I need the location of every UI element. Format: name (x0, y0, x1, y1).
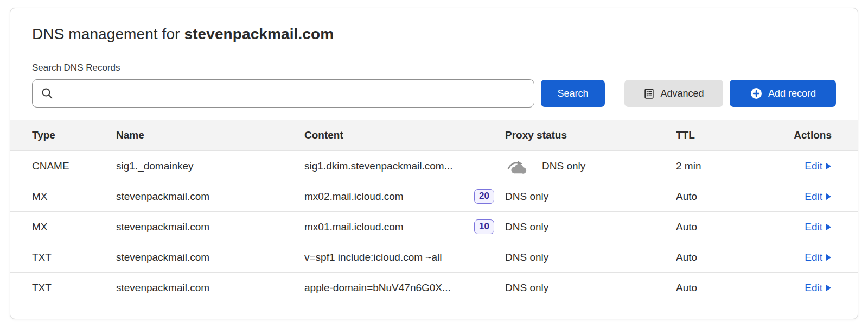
table-header-row: Type Name Content Proxy status TTL Actio… (10, 120, 858, 150)
header-type: Type (32, 129, 116, 141)
edit-button[interactable]: Edit (805, 251, 832, 263)
record-actions: Edit (764, 160, 832, 172)
header-actions: Actions (764, 129, 832, 141)
record-proxy-status: DNS only (505, 251, 676, 263)
search-toolbar: Search Advanced Add record (10, 73, 858, 108)
advanced-button[interactable]: Advanced (624, 80, 723, 107)
triangle-right-icon (826, 284, 832, 292)
record-content: mx02.mail.icloud.com 20 (304, 189, 505, 204)
edit-button[interactable]: Edit (805, 221, 832, 233)
proxy-status-text: DNS only (505, 221, 548, 233)
record-proxy-status: DNS only (505, 191, 676, 203)
record-actions: Edit (764, 251, 832, 263)
record-content-text: mx01.mail.icloud.com (304, 221, 404, 233)
record-name: stevenpackmail.com (116, 191, 304, 203)
record-content-text: sig1.dkim.stevenpackmail.com... (304, 160, 453, 172)
table-row: TXT stevenpackmail.com apple-domain=bNuV… (10, 272, 858, 303)
record-actions: Edit (764, 282, 832, 294)
record-name: stevenpackmail.com (116, 282, 304, 294)
page-title-prefix: DNS management for (32, 26, 184, 42)
record-content-text: apple-domain=bNuV47n6G0X... (304, 282, 451, 294)
record-ttl: Auto (676, 221, 764, 233)
dns-management-card: DNS management for stevenpackmail.com Se… (10, 8, 858, 319)
search-button[interactable]: Search (541, 80, 605, 107)
record-content-text: mx02.mail.icloud.com (304, 191, 404, 203)
edit-button[interactable]: Edit (805, 160, 832, 172)
header-name: Name (116, 129, 304, 141)
record-content: apple-domain=bNuV47n6G0X... (304, 282, 505, 294)
record-actions: Edit (764, 191, 832, 203)
header-content: Content (304, 129, 505, 141)
add-record-button[interactable]: Add record (730, 80, 836, 107)
header-ttl: TTL (676, 129, 764, 141)
edit-label: Edit (805, 160, 822, 172)
search-label: Search DNS Records (10, 43, 858, 73)
table-row: MX stevenpackmail.com mx01.mail.icloud.c… (10, 211, 858, 242)
triangle-right-icon (826, 162, 832, 170)
edit-label: Edit (805, 251, 822, 263)
triangle-right-icon (826, 193, 832, 200)
record-actions: Edit (764, 221, 832, 233)
record-type: MX (32, 221, 116, 233)
proxy-status-text: DNS only (505, 251, 548, 263)
page-title-domain: stevenpackmail.com (184, 26, 334, 42)
edit-label: Edit (805, 191, 822, 203)
record-proxy-status: DNS only (505, 282, 676, 294)
table-row: CNAME sig1._domainkey sig1.dkim.stevenpa… (10, 150, 858, 181)
mx-priority-badge: 10 (474, 219, 494, 234)
edit-label: Edit (805, 221, 822, 233)
search-input[interactable] (32, 79, 534, 108)
dns-records-table: Type Name Content Proxy status TTL Actio… (10, 120, 858, 303)
triangle-right-icon (826, 223, 832, 231)
edit-label: Edit (805, 282, 822, 294)
record-ttl: Auto (676, 251, 764, 263)
mx-priority-badge: 20 (474, 189, 494, 204)
record-name: stevenpackmail.com (116, 251, 304, 263)
record-type: CNAME (32, 160, 116, 172)
record-type: TXT (32, 251, 116, 263)
record-content: mx01.mail.icloud.com 10 (304, 219, 505, 234)
page-title: DNS management for stevenpackmail.com (10, 8, 858, 43)
search-box (32, 79, 534, 108)
record-name: stevenpackmail.com (116, 221, 304, 233)
record-content: sig1.dkim.stevenpackmail.com... (304, 160, 505, 172)
gray-cloud-arrow-icon (505, 158, 529, 174)
table-row: TXT stevenpackmail.com v=spf1 include:ic… (10, 242, 858, 272)
record-type: MX (32, 191, 116, 203)
advanced-button-label: Advanced (660, 88, 704, 99)
record-type: TXT (32, 282, 116, 294)
plus-circle-icon (750, 87, 763, 100)
header-proxy: Proxy status (505, 129, 676, 141)
edit-button[interactable]: Edit (805, 191, 832, 203)
record-ttl: Auto (676, 282, 764, 294)
record-proxy-status: DNS only (505, 158, 676, 174)
record-proxy-status: DNS only (505, 221, 676, 233)
record-content-text: v=spf1 include:icloud.com ~all (304, 251, 442, 263)
record-ttl: 2 min (676, 160, 764, 172)
proxy-status-text: DNS only (505, 191, 548, 203)
list-document-icon (643, 88, 655, 99)
table-row: MX stevenpackmail.com mx02.mail.icloud.c… (10, 181, 858, 211)
record-name: sig1._domainkey (116, 160, 304, 172)
proxy-status-text: DNS only (505, 282, 548, 294)
edit-button[interactable]: Edit (805, 282, 832, 294)
search-icon (41, 87, 54, 100)
proxy-status-text: DNS only (542, 160, 585, 172)
record-ttl: Auto (676, 191, 764, 203)
triangle-right-icon (826, 254, 832, 261)
add-record-button-label: Add record (768, 88, 816, 99)
record-content: v=spf1 include:icloud.com ~all (304, 251, 505, 263)
